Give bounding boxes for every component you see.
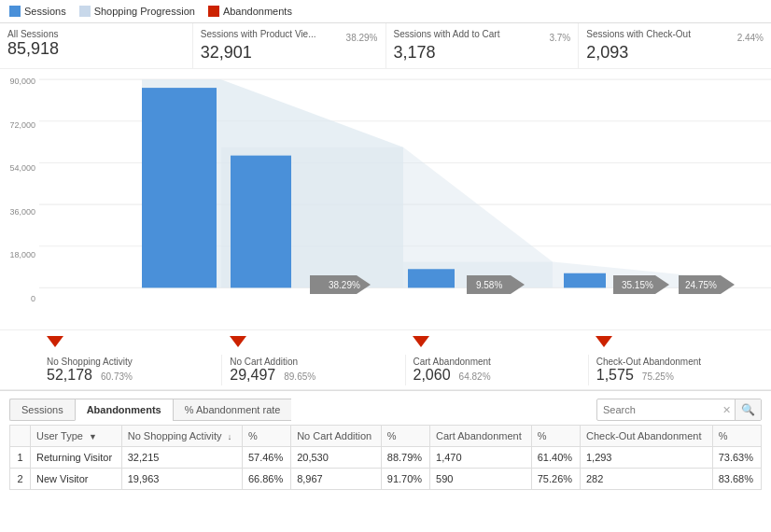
svg-rect-11 (408, 269, 455, 287)
th-cart-aband: Cart Abandonment (430, 426, 532, 447)
stat-product-view-label: Sessions with Product Vie... 38.29% (201, 29, 378, 43)
stat-add-to-cart-label: Sessions with Add to Cart 3.7% (394, 29, 571, 43)
arrow-down-3 (413, 336, 429, 347)
arrow-cell-1 (39, 332, 222, 351)
clear-search-button[interactable]: ✕ (719, 400, 735, 420)
cell-cart-aband-0: 1,470 (430, 447, 532, 469)
cell-no-shop-0: 32,215 (121, 447, 242, 469)
chart-inner: 38.29% 9.58% 35.15% 24.75% (39, 69, 771, 329)
table-header-row: User Type ▼ No Shopping Activity ↓ % No … (10, 426, 762, 447)
svg-text:9.58%: 9.58% (476, 279, 503, 291)
cell-checkout-aband-pct-0: 73.63% (712, 447, 761, 469)
abandonment-row: No Shopping Activity 52,178 60.73% No Ca… (0, 351, 771, 390)
chart-legend: Sessions Shopping Progression Abandonmen… (0, 0, 771, 23)
stat-all-sessions: All Sessions 85,918 (0, 23, 193, 68)
arrow-down-1 (47, 336, 63, 347)
svg-text:24.75%: 24.75% (685, 279, 717, 291)
aband-checkout: Check-Out Abandonment 1,575 75.25% (589, 355, 771, 385)
arrow-row (0, 330, 771, 351)
cell-checkout-aband-0: 1,293 (580, 447, 712, 469)
search-icon-button[interactable]: 🔍 (735, 399, 761, 420)
table-row: 2 New Visitor 19,963 66.86% 8,967 91.70%… (10, 469, 762, 490)
cell-no-shop-pct-1: 66.86% (242, 469, 290, 490)
cell-num-0: 1 (10, 447, 31, 469)
stat-checkout: Sessions with Check-Out 2.44% 2,093 (579, 23, 771, 68)
funnel-chart: 90,000 72,000 54,000 36,000 18,000 0 (0, 69, 771, 330)
th-no-cart: No Cart Addition (291, 426, 382, 447)
tab-abandonment-rate[interactable]: % Abandonment rate (173, 399, 292, 421)
stat-add-to-cart-value: 3,178 (394, 43, 571, 63)
stat-all-sessions-label: All Sessions (7, 29, 185, 39)
stat-product-view-pct: 38.29% (346, 33, 378, 43)
stat-add-to-cart-pct: 3.7% (549, 33, 570, 43)
tabs-section: Sessions Abandonments % Abandonment rate… (0, 390, 771, 490)
svg-text:38.29%: 38.29% (329, 279, 360, 291)
sort-arrow-user-type: ▼ (89, 432, 97, 441)
cell-user-type-1: New Visitor (31, 469, 122, 490)
y-axis: 90,000 72,000 54,000 36,000 18,000 0 (0, 69, 39, 329)
svg-text:35.15%: 35.15% (622, 279, 653, 291)
stat-add-to-cart: Sessions with Add to Cart 3.7% 3,178 (386, 23, 580, 68)
stat-checkout-value: 2,093 (586, 43, 764, 63)
stat-all-sessions-value: 85,918 (7, 39, 185, 59)
cell-cart-aband-pct-0: 61.40% (531, 447, 580, 469)
th-no-shopping-pct: % (242, 426, 290, 447)
progression-color (79, 6, 91, 17)
cell-no-shop-1: 19,963 (121, 469, 242, 490)
cell-checkout-aband-pct-1: 83.68% (712, 469, 761, 490)
cell-checkout-aband-1: 282 (580, 469, 712, 490)
aband-no-cart: No Cart Addition 29,497 89.65% (222, 355, 405, 385)
svg-rect-9 (142, 88, 217, 287)
funnel-svg: 38.29% 9.58% 35.15% 24.75% (39, 69, 771, 329)
stat-product-view: Sessions with Product Vie... 38.29% 32,9… (193, 23, 386, 68)
sort-arrow-no-shopping: ↓ (228, 432, 232, 441)
arrow-cell-3 (405, 332, 588, 351)
svg-rect-12 (564, 273, 606, 288)
th-checkout-aband: Check-Out Abandonment (580, 426, 712, 447)
th-checkout-aband-pct: % (712, 426, 761, 447)
stat-checkout-label: Sessions with Check-Out 2.44% (586, 29, 764, 43)
arrow-cell-2 (222, 332, 405, 351)
cell-num-1: 2 (10, 469, 31, 490)
data-table: User Type ▼ No Shopping Activity ↓ % No … (9, 425, 762, 490)
stat-checkout-pct: 2.44% (737, 33, 764, 43)
svg-rect-10 (231, 156, 291, 288)
legend-sessions: Sessions (9, 6, 66, 17)
tab-sessions[interactable]: Sessions (9, 399, 75, 421)
table-row: 1 Returning Visitor 32,215 57.46% 20,530… (10, 447, 762, 469)
search-input[interactable] (597, 400, 719, 419)
aband-cart: Cart Abandonment 2,060 64.82% (406, 355, 589, 385)
th-num (10, 426, 31, 447)
stat-product-view-value: 32,901 (201, 43, 378, 63)
abandonments-color (208, 6, 219, 17)
sessions-color (9, 6, 21, 17)
cell-user-type-0: Returning Visitor (31, 447, 122, 469)
legend-sessions-label: Sessions (24, 6, 66, 17)
search-box: ✕ 🔍 (596, 399, 762, 421)
th-no-shopping[interactable]: No Shopping Activity ↓ (121, 426, 242, 447)
legend-progression: Shopping Progression (79, 6, 195, 17)
th-user-type[interactable]: User Type ▼ (31, 426, 122, 447)
cell-no-cart-1: 8,967 (291, 469, 382, 490)
cell-cart-aband-pct-1: 75.26% (531, 469, 580, 490)
cell-no-shop-pct-0: 57.46% (242, 447, 290, 469)
tab-abandonments[interactable]: Abandonments (75, 399, 173, 421)
cell-no-cart-pct-1: 91.70% (381, 469, 429, 490)
cell-no-cart-0: 20,530 (291, 447, 382, 469)
th-no-cart-pct: % (381, 426, 429, 447)
arrow-down-4 (596, 336, 612, 347)
tabs-row: Sessions Abandonments % Abandonment rate… (9, 399, 762, 421)
cell-no-cart-pct-0: 88.79% (381, 447, 429, 469)
legend-abandonments-label: Abandonments (223, 6, 292, 17)
legend-abandonments: Abandonments (208, 6, 292, 17)
arrow-cell-4 (588, 332, 771, 351)
aband-no-shopping: No Shopping Activity 52,178 60.73% (39, 355, 222, 385)
legend-progression-label: Shopping Progression (94, 6, 195, 17)
th-cart-aband-pct: % (531, 426, 580, 447)
stats-row: All Sessions 85,918 Sessions with Produc… (0, 23, 771, 69)
arrow-down-2 (230, 336, 246, 347)
cell-cart-aband-1: 590 (430, 469, 532, 490)
